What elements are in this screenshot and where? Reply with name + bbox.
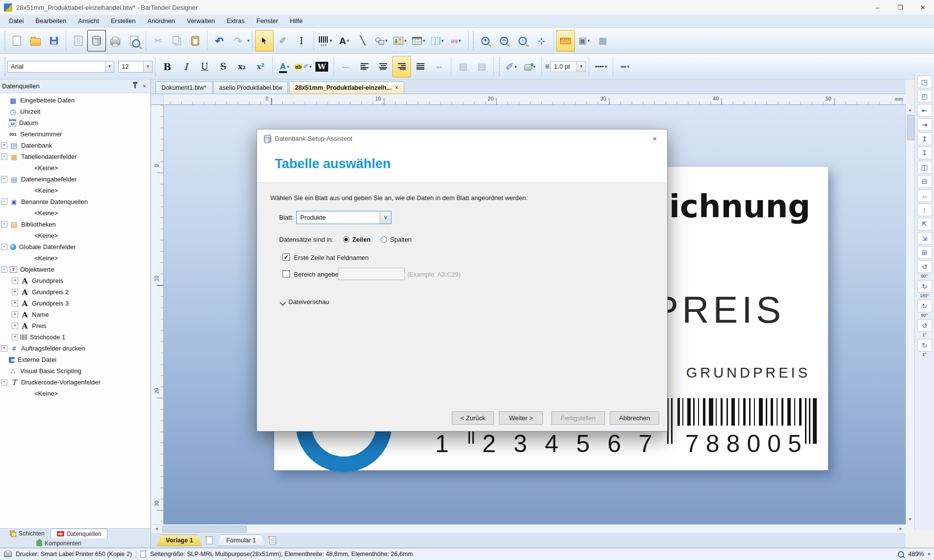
paste-button[interactable] — [186, 30, 205, 51]
vertical-scrollbar[interactable]: ▴ ▾ — [906, 105, 914, 524]
menu-item-bearbeiten[interactable]: Bearbeiten — [29, 15, 72, 27]
tree-item-preis[interactable]: +Preis — [0, 320, 151, 331]
expander-icon[interactable]: + — [12, 311, 18, 318]
insert-image-button[interactable]: ▾ — [391, 30, 410, 51]
view-ruler-button[interactable] — [556, 30, 575, 51]
first-row-checkbox[interactable]: ✓ — [283, 254, 290, 261]
tree-item-bibliotheken[interactable]: −Bibliotheken — [0, 219, 151, 230]
barcode-digits[interactable]: 1 234567 788005 — [274, 430, 828, 459]
create-barcode-button[interactable]: ▾ — [316, 30, 335, 51]
tree-item-keine[interactable]: <Keine> — [0, 253, 151, 264]
label-product-name-text[interactable]: eichnung — [648, 188, 810, 225]
new-form-button[interactable]: ✦ — [266, 535, 279, 546]
rotate-tool[interactable]: ↻90° — [917, 300, 932, 318]
align-justify-button[interactable] — [411, 56, 430, 77]
close-button[interactable]: ✕ — [911, 0, 934, 15]
layout-grid-button[interactable]: ▾ — [428, 30, 447, 51]
underline-button[interactable]: U — [195, 56, 214, 77]
expander-icon[interactable]: − — [1, 176, 7, 182]
expander-icon[interactable]: − — [1, 199, 7, 205]
sheet-combo[interactable]: Produkte ∨ — [296, 211, 391, 224]
expander-icon[interactable]: + — [12, 278, 18, 284]
tree-item-keine[interactable]: <Keine> — [0, 230, 151, 241]
scroll-right-icon[interactable]: ▸ — [897, 525, 905, 533]
subscript-button[interactable]: x₂ — [233, 56, 251, 77]
tree-item-globale-datenfelder[interactable]: −Globale Datenfelder — [0, 241, 151, 253]
chevron-down-icon[interactable]: ▼ — [576, 62, 585, 72]
rotate-cw-icon[interactable]: ↻ — [917, 339, 932, 352]
chevron-down-icon[interactable] — [280, 300, 286, 306]
zoom-in-button[interactable]: + — [476, 30, 495, 51]
expander-icon[interactable]: − — [1, 244, 7, 250]
expander-icon[interactable]: + — [12, 289, 18, 295]
page-setup-button[interactable] — [69, 30, 87, 51]
toolbar-overflow-icon[interactable]: ▾ — [247, 38, 250, 43]
dialog-close-icon[interactable]: × — [649, 133, 661, 145]
distribute-horizontally-icon[interactable]: ↔ — [917, 189, 932, 202]
menu-item-anordnen[interactable]: Anordnen — [141, 15, 181, 27]
expander-icon[interactable]: − — [1, 153, 7, 160]
superscript-button[interactable]: x² — [251, 56, 270, 77]
tree-item-externe-datei[interactable]: Externe Datei — [0, 354, 151, 365]
toolbar-grip[interactable] — [498, 57, 500, 76]
line-spacing-button[interactable]: — — [337, 56, 355, 77]
tree-item-keine[interactable]: <Keine> — [0, 388, 151, 399]
format-painter-button[interactable]: ✐ — [274, 30, 292, 51]
document-tab[interactable]: asello Produktlabel.btw — [213, 81, 288, 94]
expander-icon[interactable]: + — [12, 300, 18, 306]
paragraph-shading-button[interactable]: ▤ — [472, 56, 491, 77]
tree-item-seriennummer[interactable]: Seriennummer — [0, 128, 151, 140]
text-flow-button[interactable]: ▤ — [454, 56, 472, 77]
text-stretch-button[interactable]: ⇔ — [430, 56, 448, 77]
tree-item-druckercode-vorlagenfelder[interactable]: −Druckercode-Vorlagenfelder — [0, 377, 151, 388]
create-shape-button[interactable]: ▾ — [372, 30, 391, 51]
chevron-down-icon[interactable]: ▼ — [105, 61, 114, 72]
rows-radio[interactable] — [343, 236, 349, 243]
align-right-edge-icon[interactable]: ⇥ — [917, 118, 932, 131]
panel-tab-datenquellen[interactable]: Datenquellen — [51, 529, 108, 538]
anchor-point-icon[interactable]: ◰ — [917, 90, 932, 102]
bold-button[interactable]: B — [158, 56, 177, 77]
toolbar-grip[interactable] — [472, 31, 475, 50]
tree-item-keine[interactable]: <Keine> — [0, 185, 151, 196]
vertical-scroll-thumb[interactable] — [907, 115, 914, 140]
create-rfid-button[interactable]: ((•))▾ — [447, 30, 466, 51]
tree-item-grundpreis-2[interactable]: +Grundpreis 2 — [0, 286, 151, 298]
cut-button[interactable]: ✂ — [149, 30, 167, 51]
columns-radio-label[interactable]: Spalten — [390, 236, 412, 243]
create-line-button[interactable]: ╲ — [354, 30, 372, 51]
label-base-price-text[interactable]: GRUNDPREIS — [686, 365, 810, 381]
border-brush-button[interactable]: ✐▾ — [502, 56, 520, 77]
range-checkbox-label[interactable]: Bereich angeben: — [294, 271, 344, 278]
panel-tab-komponenten[interactable]: Komponenten — [30, 538, 87, 548]
rotate-tool[interactable]: ↺90° — [917, 260, 932, 279]
fill-color-button[interactable]: ▾ — [520, 56, 539, 77]
font-color-button[interactable]: A▾ — [275, 56, 294, 77]
create-text-button[interactable]: A▾ — [335, 30, 354, 51]
fit-page-button[interactable]: ⊹ — [532, 30, 551, 51]
rotate-tool[interactable]: ↻180° — [917, 280, 932, 298]
print-preview-button[interactable] — [125, 30, 143, 51]
create-table-button[interactable]: ▾ — [410, 30, 428, 51]
align-center-button[interactable] — [374, 56, 392, 77]
menu-item-verwalten[interactable]: Verwalten — [181, 15, 221, 27]
expander-icon[interactable]: + — [12, 323, 18, 329]
zoom-out-button[interactable]: − — [495, 30, 514, 51]
tree-item-grundpreis[interactable]: +Grundpreis — [0, 275, 151, 286]
tree-item-keine[interactable]: <Keine> — [0, 207, 151, 219]
rotate-cw-icon[interactable]: ↻ — [917, 280, 932, 293]
align-top-edge-icon[interactable]: ↥ — [917, 132, 932, 145]
distribute-vertically-icon[interactable]: ↕ — [917, 204, 932, 216]
document-tab[interactable]: 28x51mm_Produktlabel-einzelh...× — [289, 81, 404, 94]
range-checkbox[interactable] — [283, 270, 290, 278]
range-input[interactable] — [338, 268, 405, 280]
first-row-checkbox-label[interactable]: Erste Zeile hat Feldnamen — [294, 254, 368, 261]
expander-icon[interactable]: + — [1, 345, 7, 352]
undo-button[interactable]: ↶ — [210, 30, 229, 51]
pointer-tool-button[interactable] — [255, 30, 274, 51]
menu-item-fenster[interactable]: Fenster — [251, 15, 284, 27]
expander-icon[interactable]: − — [1, 266, 7, 273]
tree-item-auftragsfelder-drucken[interactable]: +Auftragsfelder drucken — [0, 343, 151, 354]
align-left-edge-icon[interactable]: ⇤ — [917, 104, 932, 117]
view-grid-button[interactable]: ▦ — [594, 30, 612, 51]
